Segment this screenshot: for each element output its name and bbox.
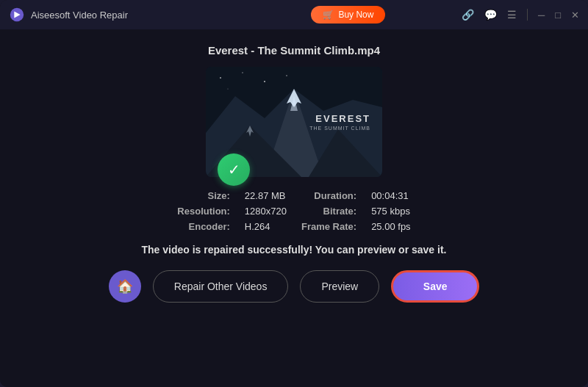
duration-value: 00:04:31 <box>371 190 411 201</box>
size-label: Size: <box>177 190 230 201</box>
file-info-table: Size: 22.87 MB Duration: 00:04:31 Resolu… <box>177 190 410 232</box>
key-icon[interactable]: 🔗 <box>462 9 474 21</box>
main-content: Everest - The Summit Climb.mp4 <box>0 29 588 387</box>
svg-point-3 <box>242 72 243 73</box>
bitrate-label: Bitrate: <box>301 206 356 217</box>
encoder-value: H.264 <box>245 221 287 232</box>
app-logo-icon <box>9 7 25 23</box>
everest-subtitle-text: THE SUMMIT CLIMB <box>309 126 370 131</box>
encoder-label: Encoder: <box>177 221 230 232</box>
minimize-button[interactable]: ─ <box>538 10 545 21</box>
app-window: Aiseesoft Video Repair 🛒 Buy Now 🔗 💬 ☰ ─… <box>0 0 588 387</box>
title-divider <box>527 9 528 21</box>
size-value: 22.87 MB <box>245 190 287 201</box>
menu-icon[interactable]: ☰ <box>507 9 517 21</box>
maximize-button[interactable]: □ <box>555 10 561 21</box>
bitrate-value: 575 kbps <box>371 206 411 217</box>
resolution-label: Resolution: <box>177 206 230 217</box>
success-badge: ✓ <box>218 153 250 186</box>
success-message: The video is repaired successfully! You … <box>142 244 447 256</box>
bottom-actions: 🏠 Repair Other Videos Preview Save <box>109 270 479 303</box>
title-bar-center: 🛒 Buy Now <box>235 6 462 23</box>
home-icon: 🏠 <box>117 278 133 294</box>
buy-now-label: Buy Now <box>338 10 373 20</box>
home-button[interactable]: 🏠 <box>109 270 141 303</box>
everest-overlay: EVEREST THE SUMMIT CLIMB <box>309 113 370 131</box>
repair-others-label: Repair Other Videos <box>174 281 268 292</box>
svg-point-5 <box>227 88 228 89</box>
close-button[interactable]: ✕ <box>571 10 579 21</box>
duration-label: Duration: <box>301 190 356 201</box>
video-thumbnail-wrapper: EVEREST THE SUMMIT CLIMB ✓ <box>206 67 382 177</box>
preview-button[interactable]: Preview <box>300 270 379 303</box>
cart-icon: 🛒 <box>323 10 334 20</box>
svg-point-6 <box>286 75 287 76</box>
title-bar-right: 🔗 💬 ☰ ─ □ ✕ <box>462 9 579 21</box>
svg-point-4 <box>264 81 265 82</box>
video-filename: Everest - The Summit Climb.mp4 <box>208 44 380 57</box>
app-title: Aiseesoft Video Repair <box>31 10 128 21</box>
preview-label: Preview <box>321 281 358 292</box>
everest-title-text: EVEREST <box>309 113 370 124</box>
chat-icon[interactable]: 💬 <box>484 9 497 21</box>
framerate-value: 25.00 fps <box>371 221 411 232</box>
title-bar-left: Aiseesoft Video Repair <box>9 7 235 23</box>
save-button[interactable]: Save <box>391 270 479 303</box>
svg-point-2 <box>220 77 221 79</box>
framerate-label: Frame Rate: <box>301 221 356 232</box>
title-bar: Aiseesoft Video Repair 🛒 Buy Now 🔗 💬 ☰ ─… <box>0 0 588 29</box>
repair-others-button[interactable]: Repair Other Videos <box>153 270 289 303</box>
buy-now-button[interactable]: 🛒 Buy Now <box>311 6 385 23</box>
save-label: Save <box>423 281 448 292</box>
resolution-value: 1280x720 <box>245 206 287 217</box>
